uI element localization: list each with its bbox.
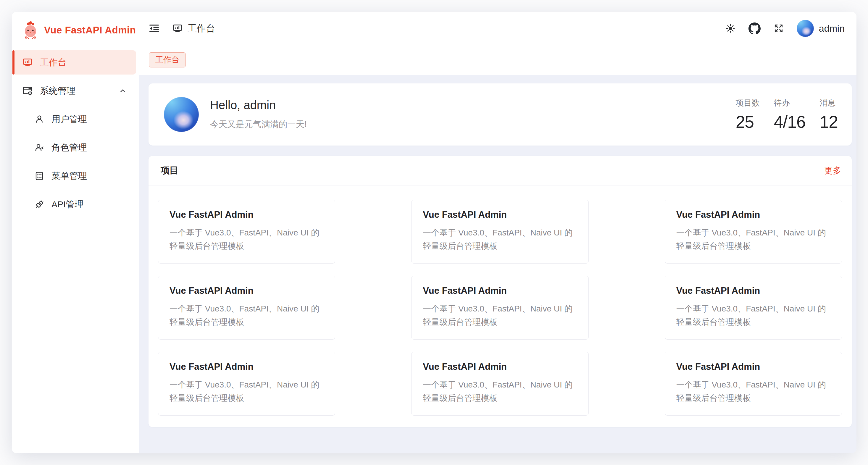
project-card-title: Vue FastAPI Admin [676, 362, 830, 372]
header-left: 工作台 [148, 22, 215, 35]
sidebar-item-system[interactable]: 系统管理 [12, 79, 136, 103]
project-card[interactable]: Vue FastAPI Admin 一个基于 Vue3.0、FastAPI、Na… [158, 200, 335, 264]
sidebar-item-label: 用户管理 [52, 113, 87, 125]
sidebar-item-label: 菜单管理 [52, 170, 87, 182]
sidebar-menu: 工作台 系统管理 [12, 49, 139, 217]
stat-item: 待办 4/16 [774, 98, 806, 132]
stat-item: 项目数 25 [736, 98, 760, 132]
app-window: Vue FastAPI Admin 工作台 [12, 12, 857, 453]
menu-fold-icon[interactable] [148, 23, 160, 34]
hello-text: Hello, admin 今天又是元气满满的一天! [210, 98, 307, 130]
content: Hello, admin 今天又是元气满满的一天! 项目数 25 待办 4/16 [140, 75, 857, 453]
stats: 项目数 25 待办 4/16 消息 12 [736, 98, 838, 132]
project-card-title: Vue FastAPI Admin [423, 285, 577, 296]
project-card-title: Vue FastAPI Admin [423, 210, 577, 220]
avatar [164, 97, 199, 132]
project-card[interactable]: Vue FastAPI Admin 一个基于 Vue3.0、FastAPI、Na… [665, 276, 842, 340]
project-card-title: Vue FastAPI Admin [169, 362, 324, 372]
project-card-title: Vue FastAPI Admin [423, 362, 577, 372]
project-card[interactable]: Vue FastAPI Admin 一个基于 Vue3.0、FastAPI、Na… [665, 200, 842, 264]
stat-label: 消息 [820, 98, 836, 108]
projects-header: 项目 更多 [149, 156, 852, 185]
role-icon [34, 142, 45, 153]
tab-workbench[interactable]: 工作台 [149, 52, 186, 68]
project-card-title: Vue FastAPI Admin [169, 285, 324, 296]
sidebar-item-users[interactable]: 用户管理 [12, 107, 136, 131]
user-menu[interactable]: admin [797, 20, 845, 37]
stat-label: 待办 [774, 98, 790, 108]
stat-item: 消息 12 [820, 98, 838, 132]
hello-card: Hello, admin 今天又是元气满满的一天! 项目数 25 待办 4/16 [149, 84, 852, 146]
breadcrumb-label: 工作台 [188, 22, 215, 35]
sidebar-item-workbench[interactable]: 工作台 [12, 50, 136, 74]
stat-label: 项目数 [736, 98, 760, 108]
projects-card: 项目 更多 Vue FastAPI Admin 一个基于 Vue3.0、Fast… [149, 156, 852, 427]
more-link[interactable]: 更多 [824, 165, 841, 177]
project-card[interactable]: Vue FastAPI Admin 一个基于 Vue3.0、FastAPI、Na… [158, 352, 335, 415]
logo: Vue FastAPI Admin [12, 12, 139, 49]
breadcrumb[interactable]: 工作台 [172, 22, 215, 35]
sidebar: Vue FastAPI Admin 工作台 [12, 12, 140, 453]
theme-sun-icon[interactable] [725, 23, 736, 34]
stat-value: 12 [820, 112, 838, 132]
menu-list-icon [34, 171, 45, 181]
window-settings-icon [22, 85, 33, 96]
chick-logo-icon [22, 21, 39, 39]
sidebar-item-menus[interactable]: 菜单管理 [12, 164, 136, 188]
sidebar-item-label: API管理 [52, 198, 84, 211]
project-card-title: Vue FastAPI Admin [676, 285, 830, 296]
avatar [797, 20, 814, 37]
projects-title: 项目 [161, 164, 178, 177]
sidebar-item-label: 系统管理 [40, 85, 75, 97]
logo-title: Vue FastAPI Admin [44, 25, 136, 36]
fullscreen-icon[interactable] [773, 23, 784, 34]
hello-subtitle: 今天又是元气满满的一天! [210, 119, 307, 130]
sidebar-item-roles[interactable]: 角色管理 [12, 135, 136, 160]
sidebar-item-apis[interactable]: API管理 [12, 192, 136, 217]
project-card-desc: 一个基于 Vue3.0、FastAPI、Naive UI 的轻量级后台管理模板 [169, 378, 324, 405]
project-card[interactable]: Vue FastAPI Admin 一个基于 Vue3.0、FastAPI、Na… [665, 352, 842, 415]
project-card-desc: 一个基于 Vue3.0、FastAPI、Naive UI 的轻量级后台管理模板 [676, 378, 830, 405]
header-right: admin [725, 20, 845, 37]
stat-value: 25 [736, 112, 754, 132]
project-card[interactable]: Vue FastAPI Admin 一个基于 Vue3.0、FastAPI、Na… [411, 200, 588, 264]
project-card-desc: 一个基于 Vue3.0、FastAPI、Naive UI 的轻量级后台管理模板 [423, 226, 577, 253]
main-area: 工作台 [140, 12, 857, 453]
monitor-chart-icon [22, 57, 33, 68]
tabbar: 工作台 [140, 45, 857, 75]
header: 工作台 [140, 12, 857, 45]
project-card-title: Vue FastAPI Admin [169, 210, 324, 220]
project-card[interactable]: Vue FastAPI Admin 一个基于 Vue3.0、FastAPI、Na… [411, 352, 588, 415]
project-card-desc: 一个基于 Vue3.0、FastAPI、Naive UI 的轻量级后台管理模板 [676, 226, 830, 253]
project-card-desc: 一个基于 Vue3.0、FastAPI、Naive UI 的轻量级后台管理模板 [169, 226, 324, 253]
hello-greeting: Hello, admin [210, 98, 307, 112]
project-card-title: Vue FastAPI Admin [676, 210, 830, 220]
sidebar-item-label: 工作台 [40, 57, 67, 69]
project-card-desc: 一个基于 Vue3.0、FastAPI、Naive UI 的轻量级后台管理模板 [423, 378, 577, 405]
plug-icon [34, 199, 45, 210]
monitor-chart-icon [172, 23, 183, 34]
project-card[interactable]: Vue FastAPI Admin 一个基于 Vue3.0、FastAPI、Na… [411, 276, 588, 340]
stat-value: 4/16 [774, 112, 806, 132]
username: admin [819, 23, 845, 34]
sidebar-item-label: 角色管理 [52, 142, 87, 154]
project-card-desc: 一个基于 Vue3.0、FastAPI、Naive UI 的轻量级后台管理模板 [423, 302, 577, 329]
user-icon [34, 114, 45, 125]
projects-grid: Vue FastAPI Admin 一个基于 Vue3.0、FastAPI、Na… [149, 185, 852, 428]
project-card-desc: 一个基于 Vue3.0、FastAPI、Naive UI 的轻量级后台管理模板 [676, 302, 830, 329]
project-card[interactable]: Vue FastAPI Admin 一个基于 Vue3.0、FastAPI、Na… [158, 276, 335, 340]
chevron-up-icon[interactable] [118, 86, 128, 96]
github-icon[interactable] [748, 23, 761, 35]
project-card-desc: 一个基于 Vue3.0、FastAPI、Naive UI 的轻量级后台管理模板 [169, 302, 324, 329]
